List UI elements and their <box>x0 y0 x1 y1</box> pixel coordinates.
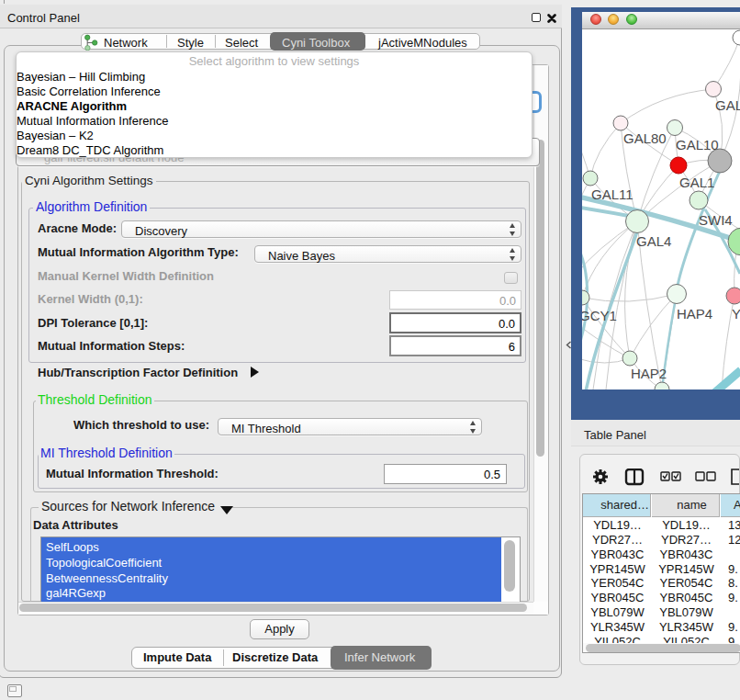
svg-text:GAL10: GAL10 <box>676 137 719 152</box>
svg-text:GAL: GAL <box>715 97 740 113</box>
svg-text:GAL1: GAL1 <box>679 175 714 190</box>
svg-text:HAP4: HAP4 <box>677 306 712 322</box>
svg-text:Y: Y <box>732 306 740 322</box>
svg-text:SWI4: SWI4 <box>699 212 733 228</box>
svg-text:HAP2: HAP2 <box>631 366 667 381</box>
svg-text:GCY1: GCY1 <box>582 308 617 323</box>
svg-text:GAL80: GAL80 <box>623 130 667 146</box>
svg-text:GAL4: GAL4 <box>636 233 671 249</box>
svg-text:GAL11: GAL11 <box>591 186 633 202</box>
